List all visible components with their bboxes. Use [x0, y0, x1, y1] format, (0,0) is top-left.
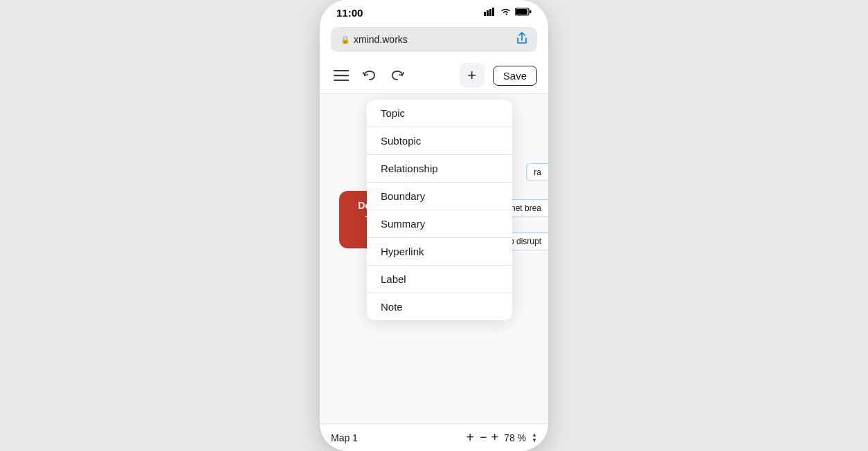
main-content: Does Online Teaching Work? ra Internet b… [320, 94, 548, 423]
toolbar: + Save [320, 57, 548, 94]
dropdown-item-topic[interactable]: Topic [367, 100, 512, 127]
svg-rect-6 [530, 10, 532, 13]
svg-rect-2 [489, 9, 491, 16]
signal-icon [484, 8, 496, 18]
bottom-bar: Map 1 + − + 78 % ▲ ▼ [320, 423, 548, 451]
battery-icon [515, 8, 532, 18]
zoom-stepper[interactable]: ▲ ▼ [532, 432, 537, 443]
share-icon[interactable] [516, 32, 527, 47]
svg-rect-5 [516, 9, 527, 15]
dropdown-item-note[interactable]: Note [367, 293, 512, 320]
add-button[interactable]: + [460, 63, 485, 88]
svg-rect-9 [334, 80, 349, 81]
map-tab-label: Map 1 [331, 432, 460, 443]
svg-rect-1 [487, 10, 489, 16]
dropdown-item-boundary[interactable]: Boundary [367, 183, 512, 210]
zoom-percent: 78 % [503, 432, 527, 443]
branch-node-top[interactable]: ra [526, 163, 548, 181]
status-bar: 11:00 [320, 0, 548, 23]
save-button[interactable]: Save [493, 66, 537, 86]
menu-button[interactable] [331, 67, 352, 84]
url-text: xmind.works [354, 34, 408, 45]
status-icons [484, 8, 532, 18]
zoom-plus-button[interactable]: + [491, 430, 499, 445]
bottom-add-button[interactable]: + [460, 430, 480, 445]
dropdown-item-relationship[interactable]: Relationship [367, 155, 512, 183]
svg-rect-8 [334, 75, 349, 76]
svg-rect-7 [334, 70, 349, 71]
zoom-down-icon[interactable]: ▼ [532, 438, 537, 443]
address-text: 🔒 xmind.works [341, 34, 408, 45]
wifi-icon [500, 8, 512, 18]
undo-button[interactable] [360, 66, 379, 84]
dropdown-item-label[interactable]: Label [367, 266, 512, 293]
status-time: 11:00 [336, 7, 363, 19]
dropdown-item-subtopic[interactable]: Subtopic [367, 127, 512, 155]
address-bar: 🔒 xmind.works [320, 23, 548, 57]
dropdown-item-hyperlink[interactable]: Hyperlink [367, 238, 512, 266]
redo-button[interactable] [388, 66, 407, 84]
zoom-controls: − + 78 % ▲ ▼ [480, 430, 537, 445]
zoom-minus-button[interactable]: − [480, 430, 487, 445]
dropdown-menu: Topic Subtopic Relationship Boundary Sum… [367, 100, 512, 320]
svg-rect-0 [484, 12, 486, 16]
svg-rect-3 [492, 8, 494, 16]
lock-icon: 🔒 [341, 35, 350, 44]
address-pill[interactable]: 🔒 xmind.works [331, 27, 537, 52]
phone-frame: 11:00 [320, 0, 548, 451]
dropdown-item-summary[interactable]: Summary [367, 210, 512, 238]
